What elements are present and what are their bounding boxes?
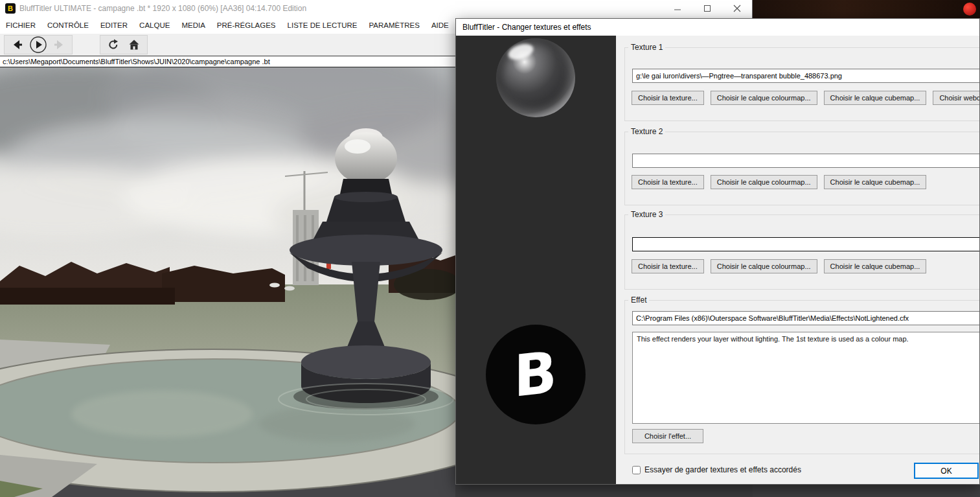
close-button[interactable] bbox=[722, 0, 752, 17]
keep-textures-checkbox[interactable] bbox=[632, 466, 641, 474]
texture1-choose-webcam-button[interactable]: Choisir webcam... bbox=[933, 91, 979, 105]
textures-effects-dialog: BluffTitler - Changer textures et effets… bbox=[455, 18, 980, 485]
effect-description: This effect renders your layer without l… bbox=[632, 332, 979, 424]
play-icon bbox=[29, 36, 47, 54]
dialog-title: BluffTitler - Changer textures et effets bbox=[456, 23, 591, 32]
texture2-choose-cubemap-button[interactable]: Choisir le calque cubemap... bbox=[824, 175, 927, 189]
texture1-path-input[interactable] bbox=[632, 69, 979, 83]
playback-cluster bbox=[4, 35, 73, 54]
maximize-button[interactable] bbox=[692, 0, 722, 17]
texture2-path-input[interactable] bbox=[632, 154, 979, 168]
dialog-body: B Texture 1 Choisir la texture... Choisi… bbox=[456, 36, 979, 484]
app-icon: B bbox=[5, 3, 16, 14]
swan bbox=[269, 283, 280, 288]
texture1-button-row: Choisir la texture... Choisir le calque … bbox=[632, 91, 979, 105]
refresh-icon bbox=[107, 38, 120, 51]
minimize-button[interactable] bbox=[663, 0, 692, 17]
background-app-logo-icon bbox=[963, 3, 976, 16]
texture3-choose-texture-button[interactable]: Choisir la texture... bbox=[632, 259, 704, 273]
window-title: BluffTitler ULTIMATE - campagne .bt * 19… bbox=[19, 4, 306, 13]
maximize-icon bbox=[703, 5, 711, 12]
choose-effect-button[interactable]: Choisir l'effet... bbox=[632, 429, 703, 443]
titlebar: B BluffTitler ULTIMATE - campagne .bt * … bbox=[0, 0, 752, 17]
texture3-group: Texture 3 Choisir la texture... Choisir … bbox=[624, 214, 979, 290]
texture1-group: Texture 1 Choisir la texture... Choisir … bbox=[624, 47, 979, 121]
menu-liste-de-lecture[interactable]: LISTE DE LECTURE bbox=[282, 21, 363, 29]
effect-group: Effet This effect renders your layer wit… bbox=[624, 300, 979, 454]
address-text: c:\Users\Megaport\Documents\BluffTitler\… bbox=[3, 58, 270, 65]
dialog-preview-panel: B bbox=[456, 36, 616, 484]
ok-button[interactable]: OK bbox=[914, 463, 979, 479]
nav-cluster bbox=[100, 35, 148, 54]
texture-preview-bubble bbox=[496, 38, 575, 117]
texture2-group: Texture 2 Choisir la texture... Choisir … bbox=[624, 132, 979, 205]
background-app-image bbox=[753, 0, 980, 18]
menu-media[interactable]: MEDIA bbox=[176, 21, 211, 29]
texture1-group-label: Texture 1 bbox=[628, 43, 665, 52]
blufftitler-logo: B bbox=[486, 325, 586, 424]
effect-path-input[interactable] bbox=[632, 311, 979, 325]
minimize-icon bbox=[674, 5, 681, 12]
texture2-choose-colourmap-button[interactable]: Choisir le calque colourmap... bbox=[711, 175, 817, 189]
texture2-choose-texture-button[interactable]: Choisir la texture... bbox=[632, 175, 704, 189]
menu-editer[interactable]: EDITER bbox=[95, 21, 133, 29]
menu-aide[interactable]: AIDE bbox=[426, 21, 455, 29]
keep-textures-row: Essayer de garder textures et effets acc… bbox=[632, 465, 801, 474]
play-button[interactable] bbox=[28, 36, 49, 54]
menu-parametres[interactable]: PARAMÈTRES bbox=[363, 21, 426, 29]
texture1-choose-colourmap-button[interactable]: Choisir le calque colourmap... bbox=[711, 91, 817, 105]
close-icon bbox=[733, 5, 741, 12]
viewport-scene-svg bbox=[0, 67, 455, 497]
texture1-choose-cubemap-button[interactable]: Choisir le calque cubemap... bbox=[824, 91, 927, 105]
texture3-button-row: Choisir la texture... Choisir le calque … bbox=[632, 259, 926, 273]
texture2-group-label: Texture 2 bbox=[628, 127, 665, 136]
texture3-group-label: Texture 3 bbox=[628, 210, 665, 219]
dialog-titlebar: BluffTitler - Changer textures et effets bbox=[456, 19, 979, 36]
window-controls bbox=[663, 0, 752, 17]
refresh-button[interactable] bbox=[103, 36, 124, 54]
menu-fichier[interactable]: FICHIER bbox=[0, 21, 41, 29]
home-icon bbox=[128, 38, 141, 51]
dialog-content-panel: Texture 1 Choisir la texture... Choisir … bbox=[616, 36, 979, 484]
home-button[interactable] bbox=[124, 36, 144, 54]
swan bbox=[284, 286, 295, 291]
menu-calque[interactable]: CALQUE bbox=[133, 21, 176, 29]
back-arrow-icon bbox=[11, 38, 24, 51]
back-button[interactable] bbox=[7, 36, 28, 54]
forward-button[interactable] bbox=[49, 36, 69, 54]
forward-arrow-icon bbox=[52, 38, 65, 51]
menu-controle[interactable]: CONTRÔLE bbox=[41, 21, 95, 29]
menu-pre-reglages[interactable]: PRÉ-RÉGLAGES bbox=[211, 21, 282, 29]
effect-group-label: Effet bbox=[628, 295, 649, 305]
texture3-choose-colourmap-button[interactable]: Choisir le calque colourmap... bbox=[711, 259, 817, 273]
texture2-button-row: Choisir la texture... Choisir le calque … bbox=[632, 175, 926, 189]
texture1-choose-texture-button[interactable]: Choisir la texture... bbox=[632, 91, 704, 105]
texture3-choose-cubemap-button[interactable]: Choisir le calque cubemap... bbox=[824, 259, 927, 273]
logo-letter: B bbox=[514, 343, 558, 405]
texture3-path-input[interactable] bbox=[632, 237, 979, 251]
keep-textures-label: Essayer de garder textures et effets acc… bbox=[644, 465, 801, 474]
